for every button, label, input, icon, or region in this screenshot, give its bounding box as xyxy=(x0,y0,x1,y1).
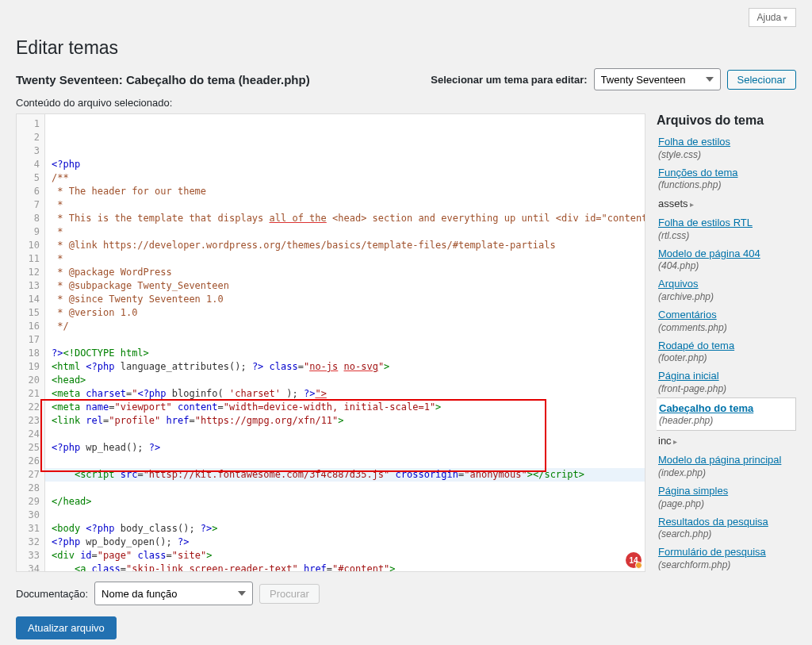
theme-file-name: (index.php) xyxy=(658,467,793,478)
code-line[interactable]: * The header for our theme xyxy=(45,185,645,198)
theme-file-item[interactable]: Resultados da pesquisa(search.php) xyxy=(657,513,796,543)
code-line[interactable] xyxy=(45,482,645,495)
theme-file-item[interactable]: Folha de estilos(style.css) xyxy=(657,132,796,163)
theme-file-item[interactable]: Cabeçalho do tema(header.php) xyxy=(657,397,796,432)
code-line[interactable]: * This is the template that displays all… xyxy=(45,212,645,225)
theme-file-name: (footer.php) xyxy=(658,352,793,363)
code-line[interactable]: * @link https://developer.wordpress.org/… xyxy=(45,239,645,252)
theme-file-name: (archive.php) xyxy=(658,291,793,302)
code-line[interactable]: <head> xyxy=(45,374,645,387)
code-line[interactable]: */ xyxy=(45,320,645,333)
code-line[interactable]: <div id="page" class="site"> xyxy=(45,549,645,562)
theme-select[interactable]: Twenty Seventeen xyxy=(594,68,721,90)
file-heading: Twenty Seventeen: Cabeçalho do tema (hea… xyxy=(16,73,310,86)
code-line[interactable] xyxy=(45,333,645,347)
code-line[interactable]: <?php wp_head(); ?> xyxy=(45,441,645,455)
theme-file-item[interactable]: Modelo da página principal(index.php) xyxy=(657,451,796,482)
theme-file-name: (search.php) xyxy=(658,528,793,539)
theme-file-name: (comments.php) xyxy=(658,322,793,333)
theme-file-item[interactable]: Comentários(comments.php) xyxy=(657,305,796,336)
theme-file-link[interactable]: Modelo de página 404 xyxy=(658,248,793,260)
theme-select-label: Selecionar um tema para editar: xyxy=(431,74,587,86)
theme-file-link[interactable]: Cabeçalho do tema xyxy=(659,402,792,415)
theme-file-name: (functions.php) xyxy=(658,179,793,190)
code-line[interactable]: <body <?php body_class(); ?>> xyxy=(45,522,645,536)
code-line[interactable] xyxy=(45,428,645,441)
sidebar-title: Arquivos do tema xyxy=(657,113,796,128)
code-line[interactable]: <?php wp_body_open(); ?> xyxy=(45,536,645,549)
theme-file-name: (rtl.css) xyxy=(658,230,793,241)
theme-file-link[interactable]: Comentários xyxy=(658,309,793,321)
code-line[interactable]: <html <?php language_attributes(); ?> cl… xyxy=(45,360,645,374)
code-line[interactable]: ?><!DOCTYPE html> xyxy=(45,347,645,360)
code-line[interactable]: * @package WordPress xyxy=(45,266,645,279)
theme-folder[interactable]: inc xyxy=(657,431,796,451)
theme-file-name: (front-page.php) xyxy=(658,383,793,394)
code-line[interactable]: <script src="httsp://kit.fontawesome.com… xyxy=(45,468,645,482)
theme-file-name: (header.php) xyxy=(659,415,792,426)
code-line[interactable]: <meta name="viewport" content="width=dev… xyxy=(45,401,645,414)
code-line[interactable]: * @version 1.0 xyxy=(45,306,645,320)
editor-code-area[interactable]: <?php/** * The header for our theme * * … xyxy=(45,114,645,571)
theme-file-item[interactable]: Formulário de pesquisa(searchform.php) xyxy=(657,543,796,574)
code-line[interactable]: <?php xyxy=(45,158,645,171)
theme-file-link[interactable]: Folha de estilos RTL xyxy=(658,217,793,229)
theme-file-item[interactable]: Folha de estilos RTL(rtl.css) xyxy=(657,213,796,244)
code-line[interactable]: * xyxy=(45,225,645,239)
theme-file-item[interactable]: Página simples(page.php) xyxy=(657,482,796,513)
help-toggle[interactable]: Ajuda xyxy=(749,8,796,27)
theme-file-link[interactable]: Resultados da pesquisa xyxy=(658,516,793,528)
code-line[interactable]: * @since Twenty Seventeen 1.0 xyxy=(45,293,645,306)
code-line[interactable]: * xyxy=(45,252,645,266)
theme-file-name: (searchform.php) xyxy=(658,559,793,570)
theme-file-item[interactable]: Modelo de página 404(404.php) xyxy=(657,244,796,275)
code-line[interactable]: <a class="skip-link screen-reader-text" … xyxy=(45,562,645,571)
theme-file-list[interactable]: Folha de estilos(style.css)Funções do te… xyxy=(657,132,796,593)
theme-file-link[interactable]: Rodapé do tema xyxy=(658,340,793,352)
code-line[interactable]: /** xyxy=(45,171,645,185)
theme-folder[interactable]: assets xyxy=(657,194,796,213)
theme-file-item[interactable]: Página inicial(front-page.php) xyxy=(657,367,796,397)
theme-file-link[interactable]: Modelo da página principal xyxy=(658,454,793,466)
code-line[interactable]: <link rel="profile" href="https://gmpg.o… xyxy=(45,414,645,428)
code-line[interactable]: * xyxy=(45,198,645,212)
theme-file-link[interactable]: Página inicial xyxy=(658,370,793,382)
select-theme-button[interactable]: Selecionar xyxy=(727,70,796,90)
theme-file-item[interactable]: Rodapé do tema(footer.php) xyxy=(657,336,796,367)
code-line[interactable]: * @subpackage Twenty_Seventeen xyxy=(45,279,645,293)
editor-gutter: 1234567891011121314151617181920212223242… xyxy=(17,114,45,571)
theme-file-item[interactable]: Arquivos(archive.php) xyxy=(657,275,796,305)
theme-file-link[interactable]: Formulário de pesquisa xyxy=(658,546,793,559)
theme-file-name: (404.php) xyxy=(658,260,793,271)
lookup-button[interactable]: Procurar xyxy=(259,584,320,604)
content-label: Conteúdo do arquivo selecionado: xyxy=(16,97,796,109)
code-line[interactable] xyxy=(45,509,645,522)
lint-badge[interactable]: 14 xyxy=(626,552,642,568)
theme-file-item[interactable]: Funções do tema(functions.php) xyxy=(657,163,796,194)
theme-file-name: (style.css) xyxy=(658,149,793,160)
update-file-button[interactable]: Atualizar arquivo xyxy=(16,616,117,639)
theme-file-link[interactable]: Funções do tema xyxy=(658,167,793,179)
theme-file-link[interactable]: Folha de estilos xyxy=(658,136,793,148)
theme-file-link[interactable]: Arquivos xyxy=(658,278,793,290)
code-editor[interactable]: 1234567891011121314151617181920212223242… xyxy=(16,113,645,572)
theme-file-name: (page.php) xyxy=(658,498,793,509)
documentation-select[interactable]: Nome da função xyxy=(94,582,253,605)
page-title: Editar temas xyxy=(16,30,796,62)
code-line[interactable]: <meta charset="<?php bloginfo( 'charset'… xyxy=(45,387,645,401)
documentation-label: Documentação: xyxy=(16,588,88,600)
code-line[interactable] xyxy=(45,455,645,468)
code-line[interactable]: </head> xyxy=(45,495,645,509)
theme-file-link[interactable]: Página simples xyxy=(658,485,793,497)
